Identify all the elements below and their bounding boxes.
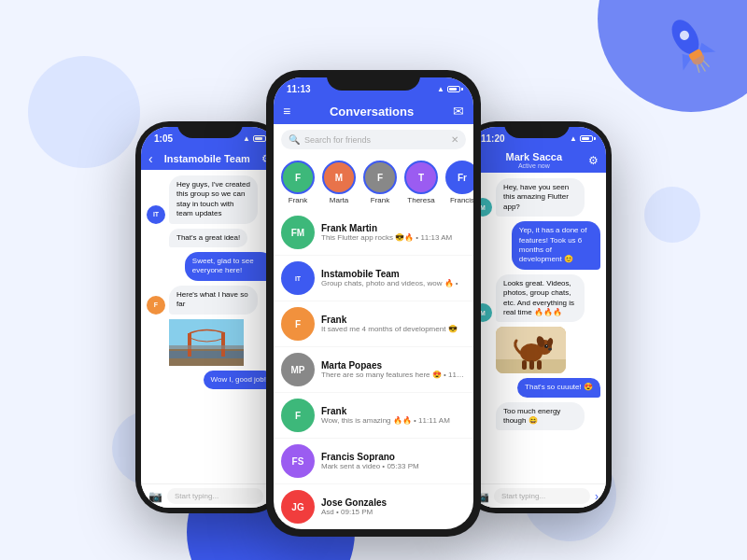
right-msg-row-2: Yep, it has a done of features! Took us … xyxy=(473,221,600,270)
msg-avatar-4: F xyxy=(147,296,165,315)
phone-center: 11:13 ▲ ≡ Conversations ✉ 🔍 Search for f… xyxy=(266,70,481,537)
phone-left: 1:05 ▲ ‹ Instamobile Team ⚙ xyxy=(135,121,285,513)
right-send-button[interactable]: › xyxy=(595,490,599,503)
msg-row-3: Sweet, glad to see everyone here! xyxy=(147,252,274,281)
center-wifi-icon: ▲ xyxy=(437,85,444,93)
chat-name-frank2: Frank xyxy=(321,406,466,416)
right-input-field[interactable]: Start typing... xyxy=(494,488,590,504)
chat-info-jose: Jose Gonzales Asd • 09:15 PM xyxy=(321,497,466,516)
svg-point-22 xyxy=(546,345,547,346)
left-back-button[interactable]: ‹ xyxy=(148,151,153,166)
center-app-header: ≡ Conversations ✉ xyxy=(274,98,473,124)
svg-line-6 xyxy=(696,64,701,72)
phone-right: 11:20 ▲ ‹ Mark Sacca Active now ⚙ xyxy=(462,121,612,513)
center-compose-icon[interactable]: ✉ xyxy=(453,104,464,119)
msg-bubble-2: That's a great idea! xyxy=(169,229,247,247)
chat-info-francis: Francis Soprano Mark sent a video • 05:3… xyxy=(321,452,466,470)
story-name-theresa: Theresa xyxy=(407,196,434,204)
gg-bridge-image xyxy=(169,319,244,366)
chat-preview-instamobile: Group chats, photo and videos, wow 🔥 • xyxy=(321,279,466,287)
msg-row-1: IT Hey guys, I've created this group so … xyxy=(147,175,274,224)
left-status-time: 1:05 xyxy=(154,133,173,144)
right-msg-bubble-6: Too much energy though 😄 xyxy=(496,402,585,431)
center-header-title: Conversations xyxy=(290,105,453,119)
story-frank1[interactable]: F Frank xyxy=(281,161,315,204)
chat-preview-frank1: It saved me 4 months of development 😎 xyxy=(321,325,466,333)
chat-item-marta[interactable]: MP Marta Popaes There are so many featur… xyxy=(274,347,473,393)
story-francis[interactable]: Fr Francis xyxy=(445,161,473,204)
center-search-bar[interactable]: 🔍 Search for friends ✕ xyxy=(281,130,466,149)
story-name-frank2: Frank xyxy=(371,196,389,204)
msg-row-4: F Here's what I have so far xyxy=(147,286,274,315)
center-phone-screen: 11:13 ▲ ≡ Conversations ✉ 🔍 Search for f… xyxy=(274,77,473,529)
left-input-field[interactable]: Start typing... xyxy=(167,488,263,504)
chat-item-francis[interactable]: FS Francis Soprano Mark sent a video • 0… xyxy=(274,439,473,484)
story-name-frank1: Frank xyxy=(289,196,307,204)
chat-avatar-marta: MP xyxy=(281,353,315,386)
msg-bubble-3: Sweet, glad to see everyone here! xyxy=(185,252,274,281)
right-msg-row-4 xyxy=(473,327,600,373)
chat-item-frank-martin[interactable]: FM Frank Martin This Flutter app rocks 😎… xyxy=(274,210,473,256)
msg-row-6: Wow I, good job! xyxy=(147,371,274,389)
center-menu-icon[interactable]: ≡ xyxy=(283,104,290,119)
svg-rect-25 xyxy=(529,360,534,370)
left-chat-title: Instamobile Team xyxy=(159,153,256,164)
right-gear-icon[interactable]: ⚙ xyxy=(588,154,599,167)
story-avatar-theresa: T xyxy=(404,161,438,194)
chat-avatar-instamobile: IT xyxy=(281,261,315,295)
chat-preview-marta: There are so many features here 😍 • 11:1… xyxy=(321,371,466,379)
story-avatar-marta: M xyxy=(322,161,356,194)
right-msg-row-5: That's so cuuute! 😍 xyxy=(473,378,600,397)
left-wifi-icon: ▲ xyxy=(243,134,250,143)
story-avatar-frank1: F xyxy=(281,161,315,194)
right-msg-row-3: M Looks great. Videos, photos, group cha… xyxy=(473,274,600,323)
right-phone-notch xyxy=(504,121,570,138)
right-battery-icon xyxy=(580,135,593,142)
dog-image xyxy=(496,327,566,373)
chat-item-frank2[interactable]: F Frank Wow, this is amazing 🔥🔥 • 11:11 … xyxy=(274,393,473,439)
msg-bubble-6: Wow I, good job! xyxy=(204,371,274,389)
left-messages-area: IT Hey guys, I've created this group so … xyxy=(141,170,279,483)
left-status-icons: ▲ xyxy=(243,134,266,143)
chat-info-frank1: Frank It saved me 4 months of developmen… xyxy=(321,315,466,333)
chat-list: FM Frank Martin This Flutter app rocks 😎… xyxy=(274,210,473,529)
svg-rect-14 xyxy=(169,345,244,349)
chat-avatar-francis: FS xyxy=(281,444,315,478)
chat-name-instamobile: Instamobile Team xyxy=(321,269,466,279)
search-clear-icon[interactable]: ✕ xyxy=(451,134,458,145)
right-header-center: Mark Sacca Active now xyxy=(486,151,583,169)
right-msg-bubble-2: Yep, it has a done of features! Took us … xyxy=(512,221,600,270)
story-theresa[interactable]: T Theresa xyxy=(404,161,438,204)
chat-info-frank2: Frank Wow, this is amazing 🔥🔥 • 11:11 AM xyxy=(321,406,466,425)
left-camera-icon[interactable]: 📷 xyxy=(148,490,162,503)
center-battery-icon xyxy=(447,86,460,92)
chat-preview-francis: Mark sent a video • 05:33 PM xyxy=(321,462,466,470)
center-status-time: 11:13 xyxy=(287,84,311,94)
svg-rect-26 xyxy=(537,360,542,370)
stories-row: F Frank M Marta F Frank T Theresa xyxy=(274,155,473,210)
story-name-marta: Marta xyxy=(330,196,348,204)
right-msg-bubble-1: Hey, have you seen this amazing Flutter … xyxy=(496,178,585,217)
chat-item-instamobile[interactable]: IT Instamobile Team Group chats, photo a… xyxy=(274,256,473,301)
story-marta[interactable]: M Marta xyxy=(322,161,356,204)
svg-line-8 xyxy=(703,60,709,67)
chat-preview-frank2: Wow, this is amazing 🔥🔥 • 11:11 AM xyxy=(321,416,466,425)
right-chat-title: Mark Sacca xyxy=(486,151,583,162)
left-chat-header: ‹ Instamobile Team ⚙ xyxy=(141,147,279,170)
right-active-status: Active now xyxy=(486,162,583,169)
right-msg-bubble-5: That's so cuuute! 😍 xyxy=(517,378,600,397)
left-chat-screen: 1:05 ▲ ‹ Instamobile Team ⚙ xyxy=(141,127,279,508)
svg-rect-12 xyxy=(188,333,191,357)
svg-point-21 xyxy=(544,344,548,348)
chat-item-jose[interactable]: JG Jose Gonzales Asd • 09:15 PM xyxy=(274,484,473,529)
right-chat-screen: 11:20 ▲ ‹ Mark Sacca Active now ⚙ xyxy=(468,127,606,508)
left-battery-icon xyxy=(253,135,266,142)
left-phone-notch xyxy=(177,121,243,138)
chat-preview-frank-martin: This Flutter app rocks 😎🔥 • 11:13 AM xyxy=(321,233,466,242)
chat-item-frank1[interactable]: F Frank It saved me 4 months of developm… xyxy=(274,301,473,347)
chat-info-instamobile: Instamobile Team Group chats, photo and … xyxy=(321,269,466,287)
msg-row-5 xyxy=(147,319,274,366)
story-frank2[interactable]: F Frank xyxy=(363,161,397,204)
chat-preview-jose: Asd • 09:15 PM xyxy=(321,508,466,516)
right-wifi-icon: ▲ xyxy=(570,134,577,143)
